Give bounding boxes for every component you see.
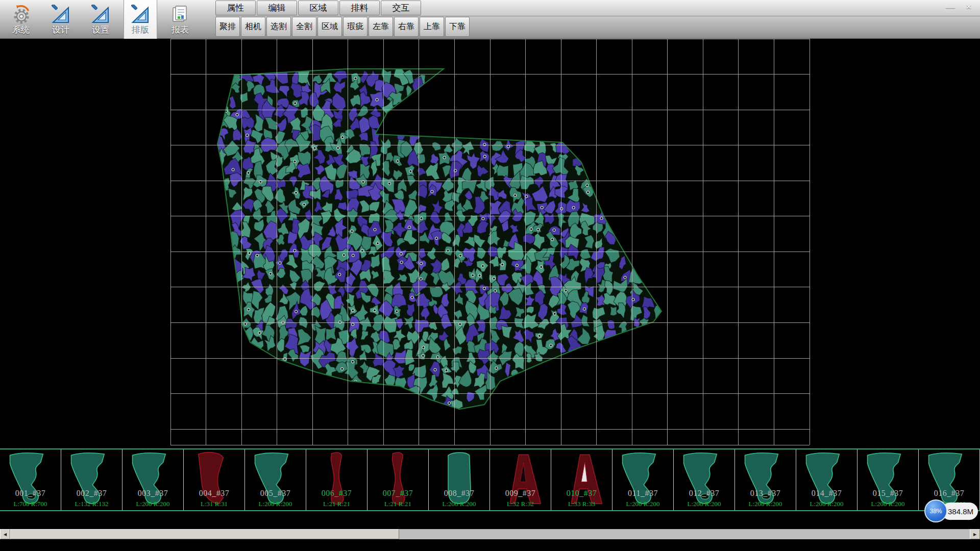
piece-label: 001_#37: [0, 489, 61, 498]
piece-thumbnail-006_#37[interactable]: 006_#37L:21 R:21: [306, 449, 368, 510]
piece-shape: [494, 450, 547, 507]
scroll-right-arrow-icon[interactable]: ▶: [970, 529, 980, 539]
piece-lr-count: L:200 R:200: [245, 500, 306, 508]
tool-camera-button[interactable]: 相机: [241, 17, 265, 37]
canvas-svg: [0, 39, 980, 448]
menu-edit-button[interactable]: 编辑: [257, 1, 297, 15]
piece-shape: [923, 450, 976, 507]
piece-label: 012_#37: [674, 489, 734, 498]
nav-tabs: 系统设计设置排版报表: [4, 0, 197, 39]
nesting-canvas[interactable]: [0, 39, 980, 448]
pieces-panel: 001_#37L:700 R:700002_#37L:132 R:132003_…: [0, 448, 980, 511]
nav-tab-label: 设置: [92, 25, 109, 35]
piece-lr-count: L:200 R:200: [857, 500, 918, 508]
nav-tab-system[interactable]: 系统: [4, 0, 38, 39]
app-window: 系统设计设置排版报表 属性编辑区域排料交互 聚排相机选割全割区域瑕疵左靠右靠上靠…: [0, 0, 980, 551]
tool-cut-all-button[interactable]: 全割: [292, 17, 316, 37]
piece-thumbnail-013_#37[interactable]: 013_#37L:200 R:200: [735, 449, 796, 510]
nav-tab-label: 报表: [172, 25, 189, 35]
piece-label: 002_#37: [61, 489, 122, 498]
menu-interact-button[interactable]: 交互: [381, 1, 421, 15]
piece-lr-count: L:32 R:32: [490, 500, 551, 508]
piece-label: 015_#37: [857, 489, 918, 498]
tool-select-cut-button[interactable]: 选割: [266, 17, 291, 37]
piece-shape: [678, 450, 731, 507]
piece-lr-count: L:200 R:200: [122, 500, 183, 508]
piece-label: 014_#37: [796, 489, 857, 498]
piece-lr-count: L:21 R:21: [368, 500, 428, 508]
toolbar: 系统设计设置排版报表 属性编辑区域排料交互 聚排相机选割全割区域瑕疵左靠右靠上靠…: [0, 0, 980, 39]
nav-tab-label: 排版: [132, 25, 149, 35]
piece-thumbnail-001_#37[interactable]: 001_#37L:700 R:700: [0, 449, 61, 510]
piece-shape: [310, 450, 363, 507]
menu-region-button[interactable]: 区域: [298, 1, 338, 15]
nav-tab-settings[interactable]: 设置: [84, 0, 117, 39]
piece-lr-count: L:200 R:200: [612, 500, 673, 508]
progress-badge: 38%: [924, 499, 947, 522]
piece-label: 013_#37: [735, 489, 796, 498]
piece-lr-count: L:33 R:33: [551, 500, 612, 508]
minimize-button[interactable]: —: [943, 1, 958, 13]
nav-tab-report[interactable]: 报表: [163, 0, 197, 39]
piece-thumbnail-011_#37[interactable]: 011_#37L:200 R:200: [612, 449, 674, 510]
piece-label: 011_#37: [612, 489, 673, 498]
piece-thumbnail-014_#37[interactable]: 014_#37L:200 R:200: [796, 449, 857, 510]
piece-thumbnail-005_#37[interactable]: 005_#37L:200 R:200: [245, 449, 306, 510]
tool-snap-bottom-button[interactable]: 下靠: [445, 17, 470, 37]
piece-shape: [617, 450, 670, 507]
piece-thumbnail-012_#37[interactable]: 012_#37L:200 R:200: [674, 449, 735, 510]
scroll-left-arrow-icon[interactable]: ◀: [0, 529, 10, 539]
piece-shape: [188, 450, 241, 507]
piece-lr-count: L:31 R:31: [184, 500, 244, 508]
nav-tab-label: 系统: [12, 25, 30, 35]
menu-area: 属性编辑区域排料交互 聚排相机选割全割区域瑕疵左靠右靠上靠下靠: [215, 0, 471, 38]
tool-snap-top-button[interactable]: 上靠: [420, 17, 444, 37]
nav-tab-label: 设计: [52, 25, 69, 35]
piece-shape: [862, 450, 915, 507]
piece-thumbnail-003_#37[interactable]: 003_#37L:200 R:200: [122, 449, 184, 510]
piece-lr-count: L:200 R:200: [674, 500, 734, 508]
piece-thumbnail-007_#37[interactable]: 007_#37L:21 R:21: [368, 449, 429, 510]
menu-row-2: 聚排相机选割全割区域瑕疵左靠右靠上靠下靠: [215, 16, 471, 38]
piece-shape: [739, 450, 792, 507]
menu-row-1: 属性编辑区域排料交互: [215, 0, 471, 16]
piece-thumbnail-010_#37[interactable]: 010_#37L:33 R:33: [551, 449, 612, 510]
piece-shape: [127, 450, 180, 507]
ruler-icon: [130, 5, 151, 25]
piece-thumbnail-009_#37[interactable]: 009_#37L:32 R:32: [490, 449, 551, 510]
piece-label: 007_#37: [368, 489, 428, 498]
piece-thumbnail-016_#37[interactable]: 016_#37L:200 R:200: [919, 449, 980, 510]
piece-lr-count: L:21 R:21: [306, 500, 367, 508]
piece-thumbnail-008_#37[interactable]: 008_#37L:200 R:200: [429, 449, 490, 510]
memory-value: 384.8M: [948, 507, 973, 516]
piece-label: 003_#37: [122, 489, 183, 498]
close-button[interactable]: ×: [962, 1, 976, 13]
nav-tab-layout[interactable]: 排版: [124, 0, 157, 39]
piece-label: 006_#37: [306, 489, 367, 498]
piece-label: 005_#37: [245, 489, 306, 498]
tool-snap-left-button[interactable]: 左靠: [369, 17, 393, 37]
piece-lr-count: L:200 R:200: [429, 500, 489, 508]
piece-shape: [65, 450, 118, 507]
piece-thumbnail-015_#37[interactable]: 015_#37L:200 R:200: [857, 449, 919, 510]
piece-thumbnail-004_#37[interactable]: 004_#37L:31 R:31: [184, 449, 245, 510]
ruler-icon: [51, 5, 71, 25]
tool-snap-right-button[interactable]: 右靠: [394, 17, 419, 37]
scrollbar-thumb[interactable]: [10, 529, 399, 539]
piece-label: 008_#37: [429, 489, 489, 498]
piece-shape: [800, 450, 853, 507]
ruler-icon: [90, 5, 111, 25]
piece-shape: [372, 450, 425, 507]
tool-defect-button[interactable]: 瑕疵: [343, 17, 368, 37]
tool-region-button[interactable]: 区域: [317, 17, 342, 37]
piece-shape: [433, 450, 486, 507]
horizontal-scrollbar[interactable]: ◀ ▶: [0, 529, 980, 539]
nav-tab-design[interactable]: 设计: [44, 0, 78, 39]
piece-label: 009_#37: [490, 489, 551, 498]
piece-shape: [4, 450, 57, 507]
menu-properties-button[interactable]: 属性: [215, 1, 256, 15]
toolbar-divider: [215, 16, 980, 16]
piece-thumbnail-002_#37[interactable]: 002_#37L:132 R:132: [61, 449, 122, 510]
menu-nesting-button[interactable]: 排料: [339, 1, 380, 15]
tool-cluster-nest-button[interactable]: 聚排: [215, 17, 240, 37]
